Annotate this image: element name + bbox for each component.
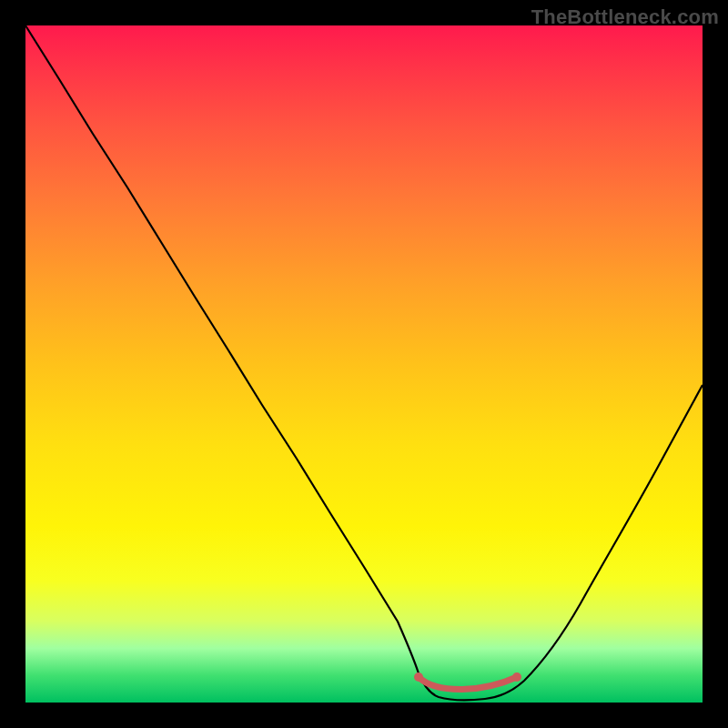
optimal-range-start-dot: [414, 672, 423, 682]
bottleneck-curve: [25, 25, 703, 700]
curve-svg: [25, 25, 703, 703]
chart-stage: TheBottleneck.com: [0, 0, 728, 728]
optimal-range-end-dot: [512, 672, 521, 682]
plot-area: [25, 25, 703, 703]
optimal-range-marker: [419, 677, 517, 690]
watermark-text: TheBottleneck.com: [531, 5, 719, 29]
